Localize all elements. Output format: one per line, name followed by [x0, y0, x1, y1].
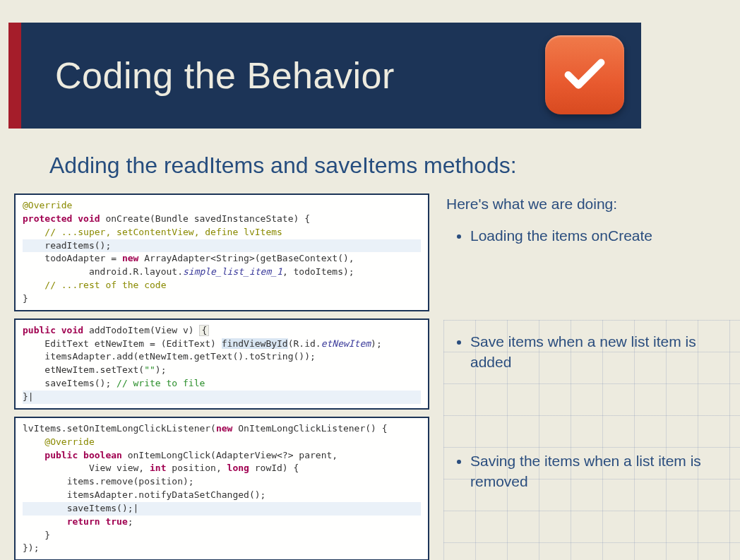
code-column: @Override protected void onCreate(Bundle…	[14, 193, 429, 560]
list-item: Saving the items when a list item is rem…	[470, 451, 726, 492]
list-item: Save items when a new list item is added	[470, 331, 726, 373]
header-accent-bar	[8, 23, 21, 129]
explanation-column: Here's what we are doing: Loading the it…	[446, 193, 726, 560]
slide-content: @Override protected void onCreate(Bundle…	[14, 193, 726, 560]
code-block-addtodo: public void addTodoItem(View v) { EditTe…	[14, 318, 429, 410]
code-block-longclick: lvItems.setOnItemLongClickListener(new O…	[14, 417, 429, 560]
explanation-list: Loading the items onCreate Save items wh…	[446, 225, 726, 492]
checkmark-app-icon	[545, 35, 624, 114]
slide-subtitle: Adding the readItems and saveItems metho…	[49, 153, 517, 179]
checkmark-icon	[560, 50, 609, 100]
explanation-intro: Here's what we are doing:	[446, 193, 726, 214]
slide-title: Coding the Behavior	[21, 54, 395, 97]
code-block-oncreate: @Override protected void onCreate(Bundle…	[14, 193, 429, 311]
slide-header: Coding the Behavior	[8, 23, 641, 129]
list-item: Loading the items onCreate	[470, 225, 726, 246]
